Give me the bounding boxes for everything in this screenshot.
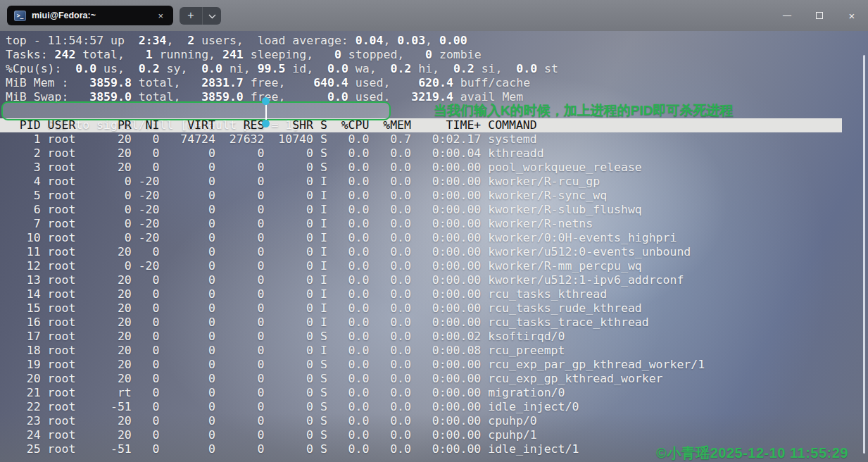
- window-controls: — ×: [771, 0, 868, 31]
- process-row: 14root200000I0.00.00:00.00rcu_tasks_kthr…: [0, 287, 868, 301]
- new-tab-button[interactable]: +: [180, 7, 202, 25]
- process-row: 23root200000S0.00.00:00.00cpuhp/0: [0, 414, 868, 428]
- maximize-icon: [816, 12, 823, 19]
- titlebar: >_ miui@Fedora:~ × + — ×: [0, 0, 868, 31]
- process-row: 4root0-20000I0.00.00:00.00kworker/R-rcu_…: [0, 175, 868, 189]
- process-row: 3root200000S0.00.00:00.00pool_workqueue_…: [0, 161, 868, 175]
- summary-line: MiB Swap: 3859.0 total, 3859.0 free, 0.0…: [0, 90, 868, 104]
- column-header-s: S: [320, 118, 327, 132]
- process-row: 1root200747242763210740S0.00.70:02.17sys…: [0, 132, 868, 146]
- column-header-pr: PR: [111, 118, 132, 132]
- summary-line: %Cpu(s): 0.0 us, 0.2 sy, 0.0 ni, 99.5 id…: [0, 62, 868, 76]
- process-row: 20root200000S0.00.00:00.00rcu_exp_gp_kth…: [0, 372, 868, 386]
- new-tab-group: +: [180, 7, 221, 25]
- tab-dropdown-button[interactable]: [202, 7, 221, 25]
- process-row: 19root200000S0.00.00:00.00rcu_exp_par_gp…: [0, 358, 868, 372]
- process-row: 13root200000I0.00.00:00.00kworker/u512:1…: [0, 273, 868, 287]
- watermark: ©小青瑶2025-12-10 11:55:29: [656, 446, 848, 460]
- terminal-window: >_ miui@Fedora:~ × + — × top - 11:54:57 …: [0, 0, 868, 462]
- process-row: 24root200000S0.00.00:00.00cpuhp/1: [0, 428, 868, 442]
- top-summary: top - 11:54:57 up 2:34, 2 users, load av…: [0, 34, 868, 104]
- process-row: 21rootrt0000S0.00.00:00.00migration/0: [0, 386, 868, 400]
- summary-line: Tasks: 242 total, 1 running, 241 sleepin…: [0, 48, 868, 62]
- column-header-time: TIME+: [418, 118, 481, 132]
- column-header-user: USER: [48, 118, 103, 132]
- close-icon: ×: [849, 10, 855, 22]
- process-row: 7root0-20000I0.00.00:00.00kworker/R-netn…: [0, 217, 868, 231]
- column-header-res: RES: [222, 118, 265, 132]
- scrollbar-thumb[interactable]: [863, 55, 865, 454]
- column-header-shr: SHR: [271, 118, 313, 132]
- process-row: 17root200000S0.00.00:00.02ksoftirqd/0: [0, 330, 868, 344]
- chevron-down-icon: [208, 11, 216, 21]
- tab-title: miui@Fedora:~: [32, 11, 149, 20]
- process-row: 11root200000I0.00.00:00.00kworker/u512:0…: [0, 245, 868, 259]
- process-row: 16root200000I0.00.00:00.00rcu_tasks_trac…: [0, 316, 868, 330]
- process-row: 15root200000I0.00.00:00.00rcu_tasks_rude…: [0, 301, 868, 316]
- column-header-cpu: %CPU: [334, 118, 370, 132]
- tab-close-icon[interactable]: ×: [155, 10, 166, 22]
- column-header-ni: NI: [139, 118, 160, 132]
- column-header-virt: VIRT: [166, 118, 215, 132]
- process-row: 2root200000S0.00.00:00.04kthreadd: [0, 146, 868, 161]
- text-cursor: [265, 104, 267, 120]
- terminal-screen[interactable]: top - 11:54:57 up 2:34, 2 users, load av…: [0, 31, 868, 462]
- summary-line: top - 11:54:57 up 2:34, 2 users, load av…: [0, 34, 868, 48]
- maximize-button[interactable]: [803, 0, 836, 31]
- process-table-body: 1root200747242763210740S0.00.70:02.17sys…: [0, 132, 868, 456]
- terminal-icon: >_: [14, 11, 26, 21]
- process-row: 6root0-20000I0.00.00:00.00kworker/R-slub…: [0, 203, 868, 217]
- minimize-button[interactable]: —: [771, 0, 803, 31]
- process-row: 12root0-20000I0.00.00:00.00kworker/R-mm_…: [0, 259, 868, 273]
- process-table-header: PIDUSERPRNIVIRTRESSHRS%CPU%MEMTIME+COMMA…: [0, 118, 842, 132]
- process-row: 10root0-20000I0.00.00:00.00kworker/0:0H-…: [0, 231, 868, 245]
- selection-handle-bottom-icon[interactable]: [262, 120, 270, 127]
- summary-line: MiB Mem : 3859.8 total, 2831.7 free, 640…: [0, 76, 868, 90]
- annotation-kill-tip: 当我们输入K的时候，加上进程的PID即可杀死进程: [434, 104, 733, 118]
- process-row: 22root-510000S0.00.00:00.00idle_inject/0: [0, 400, 868, 414]
- close-button[interactable]: ×: [836, 0, 868, 31]
- process-row: 18root200000I0.00.00:00.08rcu_preempt: [0, 344, 868, 358]
- column-header-mem: %MEM: [376, 118, 411, 132]
- selection-handle-top-icon[interactable]: [262, 97, 270, 105]
- column-header-pid: PID: [6, 118, 41, 132]
- column-header-command: COMMAND: [488, 118, 842, 132]
- process-row: 5root0-20000I0.00.00:00.00kworker/R-sync…: [0, 189, 868, 203]
- tab-miui-fedora[interactable]: >_ miui@Fedora:~ ×: [7, 6, 173, 25]
- minimize-icon: —: [783, 11, 791, 20]
